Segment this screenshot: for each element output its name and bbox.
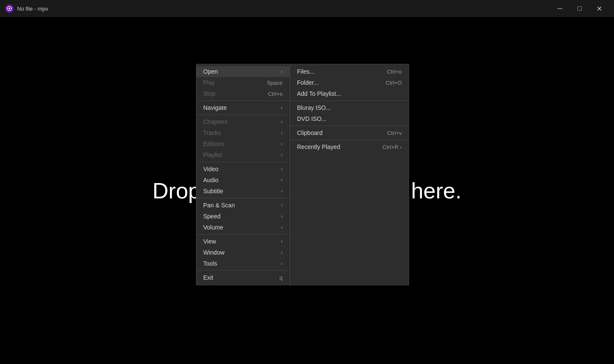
menu-item-speed[interactable]: Speed › (196, 211, 289, 222)
menu-open-label: Open (203, 68, 279, 75)
play-shortcut: Space (267, 80, 282, 86)
svg-point-2 (9, 8, 10, 9)
menu-item-stop[interactable]: Stop Ctrl+s (196, 88, 289, 99)
menu-item-subtitle[interactable]: Subtitle › (196, 186, 289, 197)
menu-item-editions[interactable]: Editions › (196, 138, 289, 149)
menu-item-playlist[interactable]: Playlist › (196, 149, 289, 161)
submenu-item-recentlyplayed[interactable]: Recently Played Ctrl+R › (290, 141, 409, 152)
menu-video-label: Video (203, 166, 279, 172)
submenu-files-label: Files... (297, 68, 378, 75)
separator-1 (196, 100, 289, 101)
menu-play-label: Play (203, 79, 258, 86)
menu-window-label: Window (203, 249, 279, 256)
menu-view-label: View (203, 238, 279, 245)
menu-tracks-label: Tracks (203, 129, 279, 136)
view-arrow-icon: › (281, 238, 282, 244)
submenu-item-folder[interactable]: Folder... Ctrl+O (290, 77, 409, 88)
submenu-item-bluray[interactable]: Bluray ISO... (290, 102, 409, 113)
menu-volume-label: Volume (203, 224, 279, 231)
separator-3 (196, 162, 289, 162)
menu-item-chapters[interactable]: Chapters › (196, 116, 289, 127)
menu-item-play[interactable]: Play Space (196, 77, 289, 88)
menu-item-panscan[interactable]: Pan & Scan › (196, 200, 289, 211)
menu-item-exit[interactable]: Exit q (196, 272, 289, 283)
menu-item-video[interactable]: Video › (196, 163, 289, 175)
playlist-arrow-icon: › (281, 152, 282, 158)
menu-item-tools[interactable]: Tools › (196, 258, 289, 269)
separator-6 (196, 270, 289, 271)
menu-speed-label: Speed (203, 213, 279, 220)
submenu-addplaylist-label: Add To Playlist... (297, 90, 402, 97)
menu-editions-label: Editions (203, 140, 279, 147)
submenu-separator-1 (290, 100, 409, 101)
separator-4 (196, 198, 289, 198)
maximize-button[interactable]: □ (570, 0, 589, 17)
menu-audio-label: Audio (203, 177, 279, 183)
submenu-recentlyplayed-label: Recently Played (297, 143, 374, 150)
submenu-item-clipboard[interactable]: Clipboard Ctrl+v (290, 127, 409, 138)
navigate-arrow-icon: › (281, 105, 282, 111)
minimize-button[interactable]: ─ (550, 0, 570, 17)
menu-item-volume[interactable]: Volume › (196, 222, 289, 233)
menu-subtitle-label: Subtitle (203, 188, 279, 195)
menu-container: Open › Play Space Stop Ctrl+s Navigate › (196, 64, 409, 285)
menu-item-navigate[interactable]: Navigate › (196, 102, 289, 113)
submenu-item-files[interactable]: Files... Ctrl+o (290, 66, 409, 77)
tracks-arrow-icon: › (281, 130, 282, 136)
menu-tools-label: Tools (203, 260, 279, 267)
menu-exit-label: Exit (203, 274, 271, 281)
submenu-item-dvd[interactable]: DVD ISO... (290, 113, 409, 124)
submenu-item-addplaylist[interactable]: Add To Playlist... (290, 88, 409, 99)
files-shortcut: Ctrl+o (387, 69, 402, 75)
menu-stop-label: Stop (203, 90, 259, 97)
exit-shortcut: q (280, 275, 282, 281)
submenu-dvd-label: DVD ISO... (297, 115, 402, 122)
audio-arrow-icon: › (281, 177, 282, 183)
menu-item-window[interactable]: Window › (196, 247, 289, 258)
title-bar: No file - mpv ─ □ ✕ (0, 0, 614, 17)
editions-arrow-icon: › (281, 141, 282, 147)
submenu-folder-label: Folder... (297, 79, 377, 86)
context-menu: Open › Play Space Stop Ctrl+s Navigate › (196, 64, 290, 285)
separator-5 (196, 234, 289, 235)
arrow-icon: › (281, 69, 282, 75)
menu-item-audio[interactable]: Audio › (196, 175, 289, 186)
menu-item-tracks[interactable]: Tracks › (196, 127, 289, 138)
window-arrow-icon: › (281, 249, 282, 255)
window-title: No file - mpv (17, 6, 550, 12)
submenu-separator-2 (290, 126, 409, 126)
menu-item-open[interactable]: Open › (196, 66, 289, 77)
menu-playlist-label: Playlist (203, 152, 279, 158)
menu-item-view[interactable]: View › (196, 236, 289, 247)
volume-arrow-icon: › (281, 224, 282, 230)
folder-shortcut: Ctrl+O (386, 80, 402, 86)
separator-2 (196, 115, 289, 115)
submenu-separator-3 (290, 140, 409, 140)
stop-shortcut: Ctrl+s (268, 91, 282, 97)
video-arrow-icon: › (281, 166, 282, 172)
window-controls: ─ □ ✕ (550, 0, 609, 17)
open-submenu: Files... Ctrl+o Folder... Ctrl+O Add To … (290, 64, 409, 285)
app-icon (5, 4, 14, 13)
submenu-bluray-label: Bluray ISO... (297, 104, 402, 111)
clipboard-shortcut: Ctrl+v (387, 130, 402, 136)
tools-arrow-icon: › (281, 261, 282, 267)
chapters-arrow-icon: › (281, 119, 282, 125)
speed-arrow-icon: › (281, 213, 282, 219)
close-button[interactable]: ✕ (589, 0, 609, 17)
menu-chapters-label: Chapters (203, 118, 279, 125)
panscan-arrow-icon: › (281, 202, 282, 208)
subtitle-arrow-icon: › (281, 188, 282, 194)
submenu-clipboard-label: Clipboard (297, 129, 379, 136)
main-area: Drop files or URLs to play here. Open › … (0, 17, 614, 364)
menu-navigate-label: Navigate (203, 104, 279, 111)
menu-panscan-label: Pan & Scan (203, 202, 279, 209)
recentlyplayed-shortcut: Ctrl+R › (383, 144, 402, 150)
